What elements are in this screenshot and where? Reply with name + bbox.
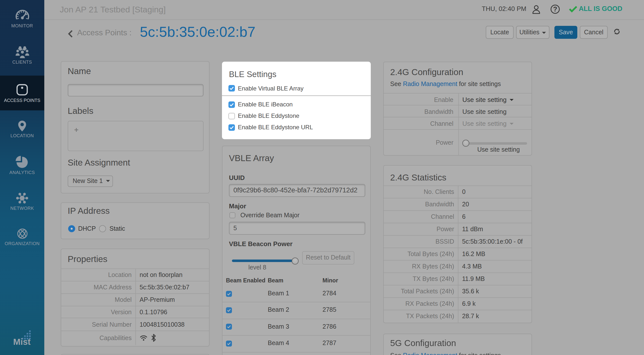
svg-text:?: ? xyxy=(553,5,558,13)
svg-text:Mist: Mist xyxy=(13,337,30,347)
